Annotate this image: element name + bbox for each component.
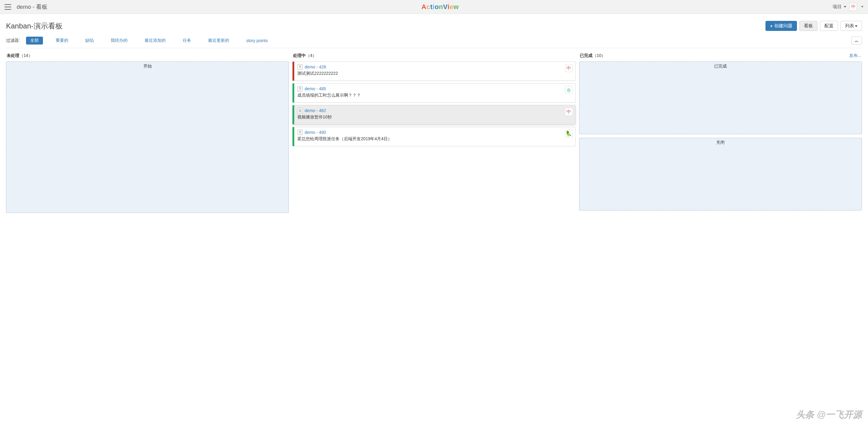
dropzone-label: 开始 (6, 62, 288, 71)
issue-type-badge: T (297, 130, 303, 135)
issue-link[interactable]: demo - 485 (305, 86, 326, 91)
filter-缺陷[interactable]: 缺陷 (81, 37, 98, 45)
collapse-filters-button[interactable]: ︽ (851, 36, 862, 45)
filter-任务[interactable]: 任务 (179, 37, 195, 45)
issue-title: 成员填报的工时怎么展示啊？？？ (297, 93, 572, 98)
issue-title: 视频播放暂停10秒 (297, 114, 572, 120)
kanban-board: 未处理（14）开始处理中（4）Tdemo - 428测试测试2222222222… (6, 48, 862, 217)
column-已完成: 已完成（10）发布...已完成关闭 (579, 52, 862, 217)
issue-title: 霍总您给周理胜派任务（后端开发2019年4月4日） (297, 136, 572, 142)
dropzone-已完成[interactable]: 已完成 (579, 61, 862, 134)
issue-link[interactable]: demo - 490 (305, 130, 326, 135)
assignee-avatar[interactable]: 中 (565, 108, 573, 116)
issue-type-badge: T (297, 64, 303, 70)
column-header: 未处理（14） (6, 52, 289, 61)
project-dropdown[interactable]: 项目 (833, 4, 846, 10)
create-issue-button[interactable]: +创建问题 (766, 21, 797, 31)
config-button[interactable]: 配置 (820, 21, 838, 31)
issue-card[interactable]: Tdemo - 428测试测试2222222222中 (292, 61, 575, 81)
issue-card[interactable]: Tdemo - 490霍总您给周理胜派任务（后端开发2019年4月4日）🦜 (292, 127, 575, 146)
filter-label: 过滤器: (6, 38, 20, 43)
issue-title: 测试测试2222222222 (297, 71, 572, 76)
issue-link[interactable]: demo - 462 (305, 108, 326, 113)
dropzone-label: 已完成 (580, 62, 862, 71)
user-avatar[interactable]: 中 (849, 3, 857, 11)
column-处理中: 处理中（4）Tdemo - 428测试测试2222222222中Tdemo - … (292, 52, 575, 217)
topbar: demo - 看板 ActionView 项目 中 (0, 0, 868, 14)
app-logo: ActionView (48, 3, 833, 11)
page-actions: +创建问题 看板 配置 列表 (766, 21, 862, 31)
user-menu-caret[interactable] (861, 6, 864, 7)
column-未处理: 未处理（14）开始 (6, 52, 289, 217)
filter-最近添加的[interactable]: 最近添加的 (140, 37, 170, 45)
column-header: 处理中（4） (292, 52, 575, 61)
issue-link[interactable]: demo - 428 (305, 64, 326, 69)
kanban-view-button[interactable]: 看板 (799, 21, 817, 31)
filter-row: 过滤器: 全部重要的缺陷我经办的最近添加的任务最近更新的story points… (6, 36, 862, 45)
filter-story points[interactable]: story points (242, 37, 272, 44)
issue-card[interactable]: Tdemo - 485成员填报的工时怎么展示啊？？？◎ (292, 83, 575, 103)
release-link[interactable]: 发布... (849, 53, 861, 58)
assignee-avatar[interactable]: 中 (565, 64, 573, 72)
assignee-avatar[interactable]: ◎ (565, 86, 573, 94)
list-dropdown-button[interactable]: 列表 (840, 21, 862, 31)
issue-card[interactable]: Gdemo - 462视频播放暂停10秒中 (292, 105, 575, 124)
filter-重要的[interactable]: 重要的 (52, 37, 72, 45)
column-header: 已完成（10）发布... (579, 52, 862, 61)
issue-type-badge: G (297, 108, 303, 113)
dropzone-开始[interactable]: 开始 (6, 61, 289, 213)
dropzone-关闭[interactable]: 关闭 (579, 138, 862, 210)
dropzone-label: 关闭 (580, 138, 862, 147)
breadcrumb[interactable]: demo - 看板 (17, 3, 48, 11)
menu-icon[interactable] (4, 4, 11, 10)
filter-全部[interactable]: 全部 (26, 37, 43, 45)
assignee-avatar[interactable]: 🦜 (565, 130, 573, 138)
issue-type-badge: T (297, 86, 303, 91)
page-title: Kanban-演示看板 (6, 21, 63, 31)
topbar-right: 项目 中 (833, 3, 864, 11)
filter-我经办的[interactable]: 我经办的 (106, 37, 132, 45)
filter-最近更新的[interactable]: 最近更新的 (204, 37, 234, 45)
